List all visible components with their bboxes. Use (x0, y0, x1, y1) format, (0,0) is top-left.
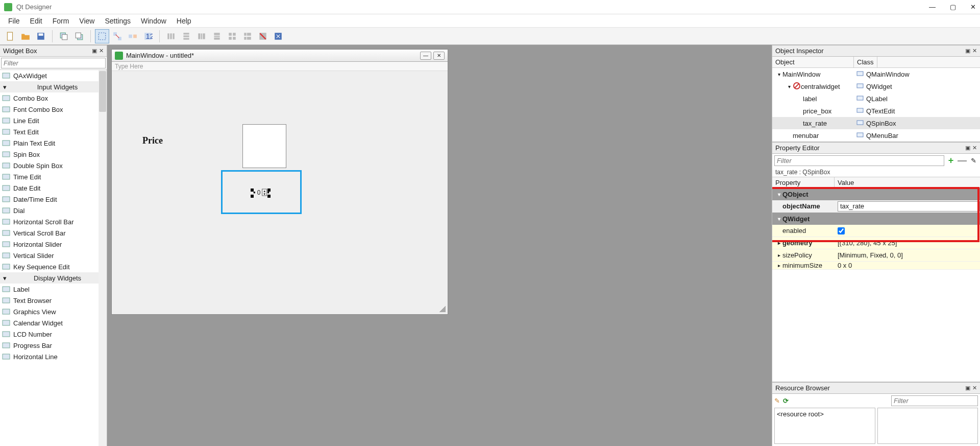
widget-filter-input[interactable] (1, 58, 106, 68)
object-row[interactable]: ▾centralwidgetQWidget (772, 80, 980, 92)
widget-category[interactable]: ▾Input Widgets (0, 81, 107, 92)
resize-handle[interactable] (251, 195, 254, 198)
widget-item[interactable]: Horizontal Line (0, 351, 107, 362)
object-row[interactable]: ▾MainWindowQMainWindow (772, 68, 980, 80)
design-window[interactable]: MainWindow - untitled* — ✕ Type Here Pri… (111, 49, 448, 315)
prop-row-objectname[interactable]: objectName (772, 200, 980, 213)
layout-grid-button[interactable] (225, 29, 239, 43)
pin-icon[interactable]: ▣ (92, 48, 97, 54)
widget-item[interactable]: Text Edit (0, 126, 107, 137)
send-back-button[interactable] (57, 29, 71, 43)
edit-resources-icon[interactable]: ✎ (774, 397, 780, 405)
layout-vsplitter-button[interactable] (210, 29, 224, 43)
objectname-input[interactable] (838, 201, 980, 212)
widget-item[interactable]: Key Sequence Edit (0, 261, 107, 272)
tax-rate-selection[interactable]: ▪ 0 ▲▼ ▪ (221, 170, 302, 214)
col-property[interactable]: Property (772, 177, 835, 187)
object-inspector-body[interactable]: ▾MainWindowQMainWindow▾centralwidgetQWid… (772, 68, 980, 142)
close-button[interactable]: ✕ (970, 3, 976, 11)
resize-handle[interactable] (267, 189, 271, 192)
widget-item[interactable]: LCD Number (0, 328, 107, 340)
maximize-button[interactable]: ▢ (950, 3, 956, 11)
open-button[interactable] (18, 29, 33, 43)
minimize-button[interactable]: — (929, 3, 936, 11)
edit-widgets-button[interactable] (95, 29, 109, 43)
resize-grip-icon[interactable] (439, 306, 446, 312)
prop-row-enabled[interactable]: enabled (772, 225, 980, 237)
add-property-icon[interactable]: + (946, 156, 955, 166)
close-panel-icon[interactable]: ✕ (972, 385, 977, 391)
configure-icon[interactable]: ✎ (969, 156, 978, 166)
widget-scrollbar[interactable] (99, 70, 107, 446)
widget-item[interactable]: Progress Bar (0, 340, 107, 351)
widget-item[interactable]: Time Edit (0, 171, 107, 182)
expand-icon[interactable]: ▾ (775, 72, 782, 77)
menu-window[interactable]: Window (136, 15, 172, 27)
design-canvas-area[interactable]: MainWindow - untitled* — ✕ Type Here Pri… (107, 45, 772, 446)
resize-handle[interactable] (251, 189, 254, 192)
menu-form[interactable]: Form (47, 15, 75, 27)
menu-help[interactable]: Help (172, 15, 197, 27)
widget-item[interactable]: Spin Box (0, 149, 107, 160)
widget-item[interactable]: Graphics View (0, 306, 107, 317)
design-minimize-icon[interactable]: — (420, 52, 431, 60)
bring-front-button[interactable] (72, 29, 86, 43)
design-body[interactable]: Price ▪ 0 ▲▼ ▪ (112, 71, 448, 314)
expand-icon[interactable]: ▾ (786, 84, 793, 89)
widget-item[interactable]: Font Combo Box (0, 104, 107, 115)
layout-vertical-button[interactable] (179, 29, 193, 43)
edit-signals-button[interactable] (110, 29, 125, 43)
widget-list[interactable]: QAxWidget▾Input WidgetsCombo BoxFont Com… (0, 69, 107, 446)
widget-item[interactable]: Date Edit (0, 182, 107, 194)
prop-row-geometry[interactable]: ▸geometry [(310, 280), 45 x 25] (772, 237, 980, 249)
menu-settings[interactable]: Settings (100, 15, 136, 27)
widget-item[interactable]: Vertical Slider (0, 250, 107, 261)
widget-item[interactable]: QAxWidget (0, 70, 107, 81)
widget-item[interactable]: Horizontal Slider (0, 239, 107, 250)
remove-property-icon[interactable]: — (958, 156, 967, 166)
resource-filter-input[interactable] (891, 395, 978, 406)
object-row[interactable]: price_boxQTextEdit (772, 105, 980, 117)
object-row[interactable]: labelQLabel (772, 92, 980, 105)
section-qobject[interactable]: ▾QObject (772, 188, 980, 200)
prop-row-sizepolicy[interactable]: ▸sizePolicy [Minimum, Fixed, 0, 0] (772, 249, 980, 262)
widget-category[interactable]: ▾Display Widgets (0, 272, 107, 284)
price-box-widget[interactable] (242, 124, 286, 168)
layout-horizontal-button[interactable] (164, 29, 178, 43)
adjust-size-button[interactable] (271, 29, 285, 43)
widget-item[interactable]: Date/Time Edit (0, 194, 107, 205)
property-filter-input[interactable] (774, 155, 944, 166)
spinbox-arrows[interactable]: ▲▼ (262, 189, 267, 196)
edit-tab-order-button[interactable]: 12 (141, 29, 155, 43)
layout-form-button[interactable] (240, 29, 255, 43)
object-row[interactable]: tax_rateQSpinBox (772, 117, 980, 129)
widget-item[interactable]: Text Browser (0, 295, 107, 306)
menu-file[interactable]: File (3, 15, 25, 27)
enabled-checkbox[interactable] (838, 227, 845, 234)
prop-row-minimumsize[interactable]: ▸minimumSize 0 x 0 (772, 262, 980, 270)
menu-view[interactable]: View (74, 15, 100, 27)
resize-handle[interactable] (267, 195, 271, 198)
close-panel-icon[interactable]: ✕ (972, 48, 977, 54)
resource-view[interactable] (877, 408, 978, 444)
resource-tree[interactable]: <resource root> (774, 408, 875, 444)
widget-item[interactable]: Double Spin Box (0, 160, 107, 171)
close-panel-icon[interactable]: ✕ (99, 48, 104, 54)
widget-item[interactable]: Calendar Widget (0, 317, 107, 328)
layout-hsplitter-button[interactable] (194, 29, 209, 43)
widget-item[interactable]: Combo Box (0, 92, 107, 104)
object-row[interactable]: menubarQMenuBar (772, 129, 980, 142)
edit-buddies-button[interactable] (126, 29, 140, 43)
widget-item[interactable]: Label (0, 284, 107, 295)
pin-icon[interactable]: ▣ (965, 145, 970, 151)
save-button[interactable] (34, 29, 48, 43)
widget-item[interactable]: Line Edit (0, 115, 107, 126)
break-layout-button[interactable] (256, 29, 270, 43)
design-window-titlebar[interactable]: MainWindow - untitled* — ✕ (112, 50, 448, 62)
design-menu-hint[interactable]: Type Here (112, 62, 448, 71)
design-close-icon[interactable]: ✕ (433, 52, 445, 60)
widget-item[interactable]: Plain Text Edit (0, 137, 107, 149)
price-label[interactable]: Price (142, 135, 163, 146)
col-object[interactable]: Object (772, 57, 854, 67)
pin-icon[interactable]: ▣ (965, 385, 970, 391)
